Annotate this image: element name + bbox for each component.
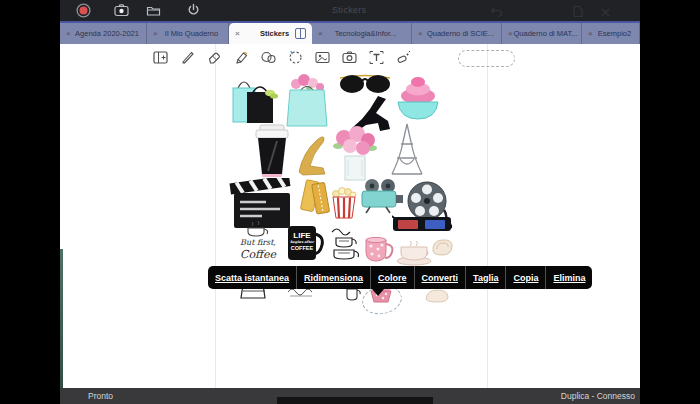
page-layout-icon[interactable] xyxy=(295,28,306,39)
menu-item-converti[interactable]: Converti xyxy=(414,266,466,289)
tool-image-icon[interactable] xyxy=(314,49,331,66)
canvas-area[interactable]: But first,CoffeeLIFEbegins afterCOFFEE S… xyxy=(60,44,640,388)
undo-icon[interactable] xyxy=(490,4,503,22)
tab-close-icon[interactable]: × xyxy=(418,30,423,38)
tool-lasso-icon[interactable] xyxy=(287,49,304,66)
tool-shapes-icon[interactable] xyxy=(260,49,277,66)
folder-icon[interactable] xyxy=(146,3,161,18)
tab-close-icon[interactable]: × xyxy=(153,30,158,38)
tool-eraser-icon[interactable] xyxy=(206,49,223,66)
sticker-but-first-coffee[interactable]: But first,Coffee xyxy=(232,218,284,264)
tab-label: Il Mio Quaderno xyxy=(151,29,224,38)
window-title: Stickers xyxy=(332,5,366,15)
sticker-film-projector[interactable] xyxy=(358,178,404,214)
menu-item-copia[interactable]: Copia xyxy=(505,266,545,289)
tool-text-icon[interactable] xyxy=(368,49,385,66)
tab-close-icon[interactable]: × xyxy=(66,30,71,38)
status-right: Duplica - Connesso xyxy=(561,391,635,401)
tab-quaderno-di-mat[interactable]: × Quaderno di MAT... xyxy=(502,23,582,44)
sticker-sunglasses[interactable] xyxy=(338,72,392,96)
menu-item-ridimensiona[interactable]: Ridimensiona xyxy=(296,266,370,289)
menu-item-colore[interactable]: Colore xyxy=(370,266,414,289)
tab-label: Stickers xyxy=(246,29,295,38)
sticker-popcorn[interactable] xyxy=(330,184,358,220)
sticker-gift-bag[interactable] xyxy=(284,72,330,128)
sticker-life-coffee-mug[interactable]: LIFEbegins afterCOFFEE xyxy=(286,220,324,266)
sticker-coffee-cup[interactable] xyxy=(252,124,292,178)
tab-agenda-2020-2021[interactable]: × Agenda 2020-2021 xyxy=(60,23,147,44)
sticker-gold-heel[interactable] xyxy=(295,134,331,176)
tool-laser-pointer-icon[interactable] xyxy=(395,49,412,66)
tab-il-mio-quaderno[interactable]: × Il Mio Quaderno xyxy=(147,23,229,44)
tab-close-icon[interactable]: × xyxy=(508,30,513,38)
tab-bar: × Agenda 2020-2021 × Il Mio Quaderno × S… xyxy=(60,23,640,44)
page-divider xyxy=(215,44,216,388)
sticker-cupcake-bowl[interactable] xyxy=(394,74,442,126)
tab-label: Quaderno di MAT... xyxy=(502,29,582,38)
tab-label: Agenda 2020-2021 xyxy=(61,29,145,38)
power-icon[interactable] xyxy=(186,3,201,18)
sticker-shopping-bags[interactable] xyxy=(230,74,280,126)
sticker-cinema-tickets[interactable] xyxy=(300,178,332,218)
tab-quaderno-di-scie[interactable]: × Quaderno di SCIE... xyxy=(412,23,502,44)
tab-close-icon[interactable]: × xyxy=(235,30,240,38)
bottom-dark-strip xyxy=(277,397,433,404)
tab-esempio2[interactable]: × Esempio2 xyxy=(582,23,640,44)
sticker-mug-doodle[interactable] xyxy=(328,226,364,264)
camera-icon[interactable] xyxy=(114,3,129,18)
page-edge-strip xyxy=(60,249,63,388)
sticker-cream-teacup[interactable] xyxy=(395,240,433,266)
tab-stickers[interactable]: × Stickers xyxy=(229,23,312,44)
context-menu: Scatta istantaneaRidimensionaColoreConve… xyxy=(208,266,592,289)
top-toolbar: Stickers xyxy=(60,0,640,21)
document-icon[interactable] xyxy=(572,4,584,22)
tab-close-icon[interactable]: × xyxy=(588,30,593,38)
context-menu-pointer xyxy=(372,289,384,296)
sticker-pink-dotted-cup[interactable] xyxy=(362,232,394,264)
record-icon[interactable] xyxy=(76,3,91,18)
status-left: Pronto xyxy=(88,391,113,401)
sticker-eiffel-tower[interactable] xyxy=(388,122,426,178)
app-window: Stickers × Agenda 2020-2021 × Il Mio Qua… xyxy=(60,0,640,404)
tool-page-add-icon[interactable] xyxy=(152,49,169,66)
sticker-peony-vase[interactable] xyxy=(330,126,378,182)
sticker-swirl-cookie[interactable] xyxy=(430,235,454,259)
menu-item-taglia[interactable]: Taglia xyxy=(465,266,505,289)
selection-oval[interactable] xyxy=(458,50,515,67)
tab-label: Tecnologia&Infor... xyxy=(321,29,403,38)
tool-highlighter-icon[interactable] xyxy=(233,49,250,66)
menu-item-scatta-istantanea[interactable]: Scatta istantanea xyxy=(208,266,296,289)
page-divider xyxy=(487,44,488,388)
tab-tecnologia-infor[interactable]: × Tecnologia&Infor... xyxy=(312,23,412,44)
close-icon[interactable] xyxy=(600,4,611,22)
tool-camera-icon[interactable] xyxy=(341,49,358,66)
tab-label: Quaderno di SCIE... xyxy=(413,29,500,38)
tab-close-icon[interactable]: × xyxy=(318,30,323,38)
menu-item-elimina[interactable]: Elimina xyxy=(545,266,592,289)
tool-pen-icon[interactable] xyxy=(179,49,196,66)
